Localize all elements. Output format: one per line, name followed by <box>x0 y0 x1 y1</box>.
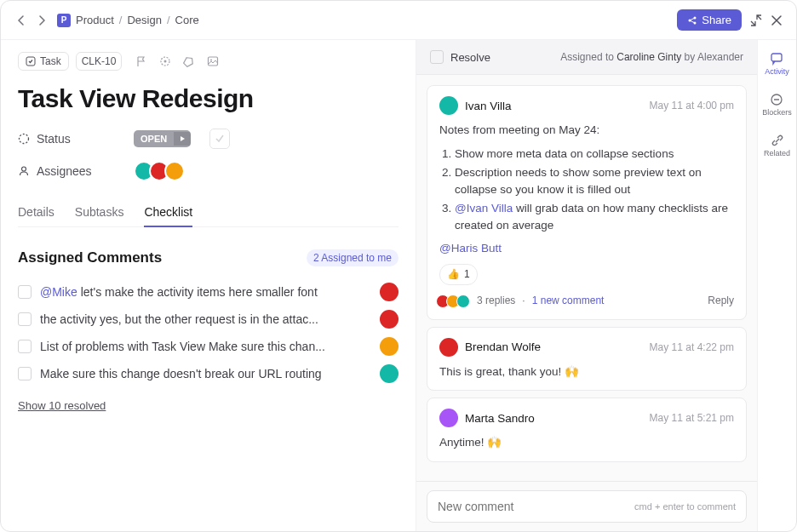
collapse-icon[interactable] <box>750 14 762 26</box>
comment-text: @Mike let's make the activity items here… <box>40 285 371 299</box>
comment-row[interactable]: @Mike let's make the activity items here… <box>18 278 398 306</box>
nav-forward[interactable] <box>35 14 49 27</box>
comment-row[interactable]: Make sure this change doesn't break our … <box>18 360 398 387</box>
breadcrumb-item[interactable]: Design <box>127 14 161 26</box>
reaction-button[interactable]: 👍 1 <box>439 264 478 285</box>
comment-card: Brendan Wolfe May 11 at 4:22 pm This is … <box>427 327 747 392</box>
app-logo-icon: P <box>57 14 71 27</box>
assignees-label: Assignees <box>18 164 120 178</box>
comment-timestamp: May 11 at 4:22 pm <box>650 341 734 353</box>
comment-card: Ivan Villa May 11 at 4:00 pm Notes from … <box>427 85 747 320</box>
image-icon[interactable] <box>207 55 219 67</box>
svg-point-5 <box>164 60 167 63</box>
task-icon <box>26 56 36 66</box>
show-resolved-link[interactable]: Show 10 resolved <box>18 399 106 412</box>
assigned-count-pill[interactable]: 2 Assigned to me <box>307 249 398 266</box>
status-icon <box>18 133 30 145</box>
flag-icon[interactable] <box>135 55 147 67</box>
assigned-to-text: Assigned to Caroline Ginty by Alexander <box>560 51 743 63</box>
tab-subtasks[interactable]: Subtasks <box>75 198 124 226</box>
comment-author: Brendan Wolfe <box>465 340 541 353</box>
close-icon[interactable] <box>771 14 783 26</box>
avatar <box>380 337 398 356</box>
avatar <box>380 283 398 301</box>
comment-timestamp: May 11 at 4:00 pm <box>650 100 734 112</box>
tag-icon[interactable] <box>183 55 195 67</box>
status-label: Status <box>18 132 120 146</box>
comment-row[interactable]: List of problems with Task View Make sur… <box>18 333 398 360</box>
comment-card: Marta Sandro May 11 at 5:21 pm Anytime! … <box>427 398 747 462</box>
comment-author: Ivan Villa <box>465 100 512 112</box>
avatar <box>380 364 398 383</box>
tab-checklist[interactable]: Checklist <box>144 198 192 227</box>
complete-checkbox[interactable] <box>209 129 230 149</box>
play-icon <box>174 132 191 146</box>
rail-related[interactable]: Related <box>764 134 790 157</box>
task-id-chip[interactable]: CLK-10 <box>76 52 123 71</box>
nav-back[interactable] <box>14 14 28 27</box>
avatar <box>439 338 458 357</box>
avatar <box>439 409 458 427</box>
new-comments-link[interactable]: 1 new comment <box>532 294 605 308</box>
rail-blockers[interactable]: Blockers <box>762 93 792 117</box>
chat-icon <box>770 52 783 66</box>
avatar <box>164 161 185 181</box>
comment-input[interactable] <box>438 500 634 513</box>
assignee-avatars[interactable] <box>134 161 185 181</box>
minus-circle-icon <box>770 93 783 106</box>
comment-checkbox[interactable] <box>18 367 32 380</box>
person-icon <box>18 165 30 177</box>
replies-count[interactable]: 3 replies <box>477 294 515 308</box>
comment-timestamp: May 11 at 5:21 pm <box>650 412 734 424</box>
comment-checkbox[interactable] <box>18 312 32 326</box>
breadcrumb-item[interactable]: Product <box>76 14 114 26</box>
comment-text: the activity yes, but the other request … <box>40 312 371 326</box>
tab-details[interactable]: Details <box>18 198 54 226</box>
target-icon[interactable] <box>159 55 171 67</box>
link-icon <box>771 134 784 147</box>
comment-text: List of problems with Task View Make sur… <box>40 340 371 353</box>
comment-row[interactable]: the activity yes, but the other request … <box>18 306 398 333</box>
comment-composer[interactable]: cmd + enter to comment <box>427 490 747 523</box>
resolve-label[interactable]: Resolve <box>450 51 490 64</box>
resolve-checkbox[interactable] <box>430 50 444 64</box>
svg-point-7 <box>210 60 212 61</box>
comment-checkbox[interactable] <box>18 285 32 299</box>
share-button[interactable]: Share <box>677 9 742 31</box>
comment-checkbox[interactable] <box>18 340 32 353</box>
avatar <box>380 310 398 329</box>
status-pill[interactable]: OPEN <box>134 130 191 147</box>
breadcrumb-item[interactable]: Core <box>175 14 199 26</box>
svg-point-9 <box>22 167 26 171</box>
rail-activity[interactable]: Activity <box>765 52 789 76</box>
avatar <box>439 96 458 115</box>
task-type-chip[interactable]: Task <box>18 52 69 71</box>
svg-rect-10 <box>771 54 782 61</box>
reply-button[interactable]: Reply <box>708 294 734 308</box>
breadcrumb[interactable]: P Product / Design / Core <box>57 14 199 27</box>
share-icon <box>687 15 697 26</box>
comment-text: Make sure this change doesn't break our … <box>40 367 371 380</box>
svg-point-8 <box>20 134 29 144</box>
section-title: Assigned Comments <box>18 249 162 266</box>
page-title: Task View Redesign <box>18 84 398 113</box>
composer-hint: cmd + enter to comment <box>634 501 736 512</box>
comment-author: Marta Sandro <box>465 412 535 425</box>
